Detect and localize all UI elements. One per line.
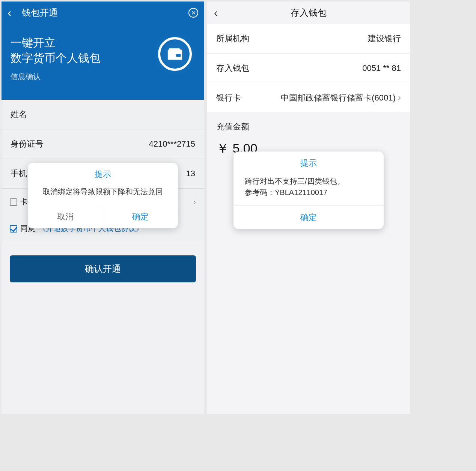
checkbox-bind-card[interactable] (10, 198, 17, 206)
dialog-body-line2: 参考码：YBLA12110017 (245, 187, 372, 198)
dialog-tip: 提示 跨行对出不支持三/四类钱包。 参考码：YBLA12110017 确定 (233, 152, 384, 229)
back-icon[interactable]: ‹ (8, 6, 17, 19)
page-title: 钱包开通 (22, 7, 188, 19)
confirm-open-button[interactable]: 确认开通 (10, 255, 196, 282)
deposit-list: 所属机构 建设银行 存入钱包 0051 ** 81 银行卡 中国邮政储蓄银行储蓄… (207, 24, 410, 113)
close-icon[interactable]: ✕ (188, 8, 198, 18)
dialog-body: 取消绑定将导致限额下降和无法兑回 (28, 184, 178, 205)
dialog-title: 提示 (233, 152, 384, 172)
chevron-right-icon: › (398, 92, 401, 102)
dialog-cancel-button[interactable]: 取消 (28, 205, 103, 228)
right-header: ‹ 存入钱包 (207, 2, 410, 24)
hero-banner: 一键开立 数字货币个人钱包 信息确认 (2, 24, 204, 100)
left-header: ‹ 钱包开通 ✕ (2, 2, 204, 24)
dialog-title: 提示 (28, 163, 178, 184)
org-value: 建设银行 (368, 33, 401, 44)
wallet-value: 0051 ** 81 (362, 63, 401, 73)
dialog-buttons: 确定 (233, 206, 384, 229)
screen-wallet-open: ‹ 钱包开通 ✕ 一键开立 数字货币个人钱包 信息确认 姓名 身份证号 4210… (2, 2, 204, 414)
row-bankcard[interactable]: 银行卡 中国邮政储蓄银行储蓄卡(6001) › (207, 83, 410, 113)
dialog-body-line1: 跨行对出不支持三/四类钱包。 (245, 176, 372, 187)
bankcard-label: 银行卡 (216, 92, 241, 104)
amount-label: 充值金额 (207, 113, 410, 136)
field-phone-label: 手机 (11, 168, 27, 179)
row-org: 所属机构 建设银行 (207, 24, 410, 54)
field-name[interactable]: 姓名 (2, 100, 204, 129)
dialog-ok-button[interactable]: 确定 (233, 206, 384, 229)
field-phone-value: 13 (186, 169, 195, 178)
back-icon[interactable]: ‹ (214, 6, 218, 19)
dialog-ok-button[interactable]: 确定 (103, 205, 178, 228)
page-title: 存入钱包 (291, 7, 327, 19)
dialog-tip: 提示 取消绑定将导致限额下降和无法兑回 取消 确定 (28, 163, 178, 228)
field-id[interactable]: 身份证号 4210***2715 (2, 129, 204, 159)
field-name-label: 姓名 (11, 109, 27, 120)
checkbox-agree[interactable] (10, 225, 17, 232)
screen-deposit: ‹ 存入钱包 所属机构 建设银行 存入钱包 0051 ** 81 银行卡 中国邮… (207, 2, 410, 414)
field-id-value: 4210***2715 (149, 139, 195, 149)
org-label: 所属机构 (216, 33, 249, 44)
wallet-icon (152, 32, 197, 76)
bankcard-value: 中国邮政储蓄银行储蓄卡(6001) (281, 93, 396, 102)
row-wallet[interactable]: 存入钱包 0051 ** 81 (207, 54, 410, 83)
field-id-label: 身份证号 (11, 138, 44, 150)
dialog-body: 跨行对出不支持三/四类钱包。 参考码：YBLA12110017 (233, 172, 384, 206)
chevron-right-icon: › (193, 197, 196, 207)
dialog-buttons: 取消 确定 (28, 205, 178, 228)
wallet-label: 存入钱包 (216, 63, 249, 74)
